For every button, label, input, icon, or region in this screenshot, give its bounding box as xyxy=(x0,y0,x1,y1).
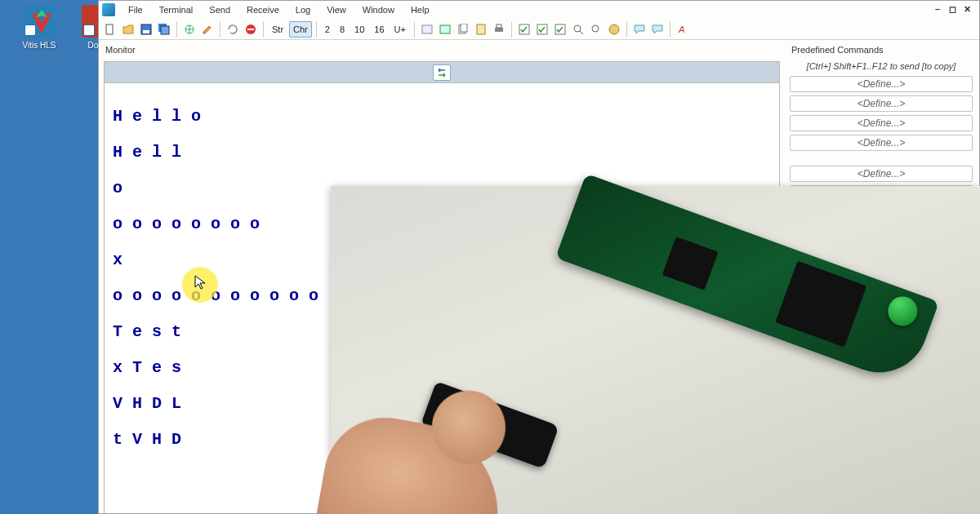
toolbar-separator xyxy=(316,21,317,38)
toolbar: Str Chr 2 8 10 16 U+ A xyxy=(99,19,979,40)
tool-b-icon[interactable] xyxy=(437,21,453,38)
minimize-button[interactable]: – xyxy=(932,4,943,16)
desktop-icon-label: Vitis HLS xyxy=(15,41,64,50)
svg-point-20 xyxy=(609,24,619,34)
svg-rect-12 xyxy=(477,24,485,34)
connect-icon[interactable] xyxy=(181,21,198,38)
mode-chr-button[interactable]: Chr xyxy=(289,21,312,38)
close-button[interactable]: ✕ xyxy=(961,4,973,16)
svg-rect-4 xyxy=(161,26,169,34)
mode-str-button[interactable]: Str xyxy=(268,21,287,38)
task-c-icon[interactable] xyxy=(552,21,568,38)
menu-send[interactable]: Send xyxy=(201,3,238,16)
monitor-title: Monitor xyxy=(104,43,780,58)
secondary-chip xyxy=(662,237,719,290)
maximize-button[interactable]: ◻ xyxy=(947,4,958,16)
hardware-photo-overlay xyxy=(331,186,980,514)
paste-icon[interactable] xyxy=(473,21,489,38)
task-a-icon[interactable] xyxy=(516,21,532,38)
cursor-icon xyxy=(194,275,206,290)
svg-point-18 xyxy=(574,25,581,32)
radix-10-button[interactable]: 10 xyxy=(350,21,368,38)
chat2-icon[interactable] xyxy=(649,21,666,38)
save-icon[interactable] xyxy=(138,21,154,38)
menubar: File Terminal Send Receive Log View Wind… xyxy=(99,1,979,19)
vitis-icon xyxy=(23,5,56,38)
radix-16-button[interactable]: 16 xyxy=(370,21,388,38)
svg-rect-2 xyxy=(143,30,149,33)
task-b-icon[interactable] xyxy=(534,21,550,38)
copy-icon[interactable] xyxy=(455,21,471,38)
menu-file[interactable]: File xyxy=(120,3,151,16)
svg-rect-7 xyxy=(247,29,254,30)
menu-terminal[interactable]: Terminal xyxy=(151,3,202,16)
terminal-line: H e l l xyxy=(113,144,771,162)
radix-8-button[interactable]: 8 xyxy=(336,21,349,38)
app-logo-icon xyxy=(102,3,115,16)
svg-rect-14 xyxy=(497,24,501,28)
fpga-chip xyxy=(775,261,866,348)
terminal-line: H e l l o xyxy=(113,108,771,126)
pcb-board xyxy=(555,174,939,387)
svg-point-19 xyxy=(592,25,599,32)
predef-button[interactable]: <Define...> xyxy=(790,166,973,182)
tool-a-icon[interactable] xyxy=(419,21,435,38)
font-a-button[interactable]: A xyxy=(675,21,688,38)
green-button-cap xyxy=(884,292,921,330)
svg-rect-9 xyxy=(440,25,450,33)
new-icon[interactable] xyxy=(102,21,118,38)
hand-fingers xyxy=(313,408,512,514)
menu-help[interactable]: Help xyxy=(403,3,438,16)
zoom-icon[interactable] xyxy=(588,21,604,38)
desktop-icon-vitis[interactable]: Vitis HLS xyxy=(15,5,64,50)
svg-rect-8 xyxy=(422,25,432,33)
predef-button[interactable]: <Define...> xyxy=(790,76,973,92)
toolbar-separator xyxy=(670,21,670,38)
open-icon[interactable] xyxy=(120,21,136,38)
toolbar-separator xyxy=(626,21,627,38)
predef-button[interactable]: <Define...> xyxy=(790,135,973,151)
svg-rect-11 xyxy=(461,24,467,32)
toolbar-separator xyxy=(220,21,220,38)
menu-window[interactable]: Window xyxy=(354,3,403,16)
globe-icon[interactable] xyxy=(606,21,622,38)
refresh-icon[interactable] xyxy=(225,21,241,38)
save-all-icon[interactable] xyxy=(156,21,172,38)
menu-receive[interactable]: Receive xyxy=(238,3,287,16)
predef-button[interactable]: <Define...> xyxy=(790,95,973,112)
predef-button[interactable]: <Define...> xyxy=(790,115,973,131)
toolbar-separator xyxy=(414,21,415,38)
toolbar-separator xyxy=(263,21,264,38)
svg-rect-0 xyxy=(106,24,113,34)
menu-log[interactable]: Log xyxy=(287,3,318,16)
toolbar-separator xyxy=(511,21,512,38)
stop-icon[interactable] xyxy=(243,21,259,38)
unicode-button[interactable]: U+ xyxy=(390,21,410,38)
search-icon[interactable] xyxy=(570,21,586,38)
menu-view[interactable]: View xyxy=(318,3,354,16)
monitor-topbar xyxy=(105,62,779,83)
edit-icon[interactable] xyxy=(199,21,216,38)
predef-title: Predefined Commands xyxy=(790,43,973,58)
swap-button[interactable] xyxy=(433,64,451,81)
radix-2-button[interactable]: 2 xyxy=(321,21,334,38)
predef-hint: [Ctrl+] Shift+F1..F12 to send [to copy] xyxy=(790,61,973,71)
chat-icon[interactable] xyxy=(631,21,648,38)
print-icon[interactable] xyxy=(491,21,507,38)
svg-rect-13 xyxy=(495,28,503,32)
toolbar-separator xyxy=(176,21,177,38)
